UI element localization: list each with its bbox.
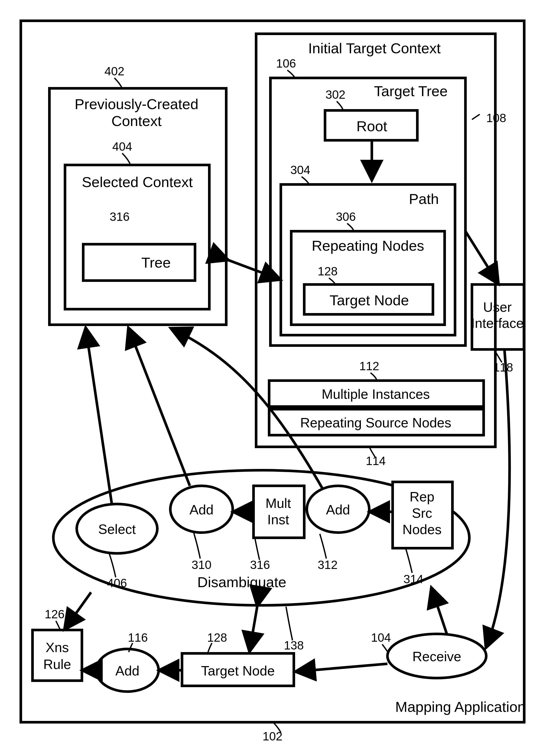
svg-line-10	[249, 605, 257, 651]
previously-created-context-title1: Previously-Created	[75, 96, 198, 112]
initial-target-context-ref: 106	[276, 57, 296, 70]
xns-rule-box	[32, 630, 82, 681]
target-node-bottom-ref: 128	[207, 631, 227, 644]
selected-context-inner-ref: 316	[110, 210, 130, 223]
user-interface-label1: User	[483, 300, 512, 315]
add2-label: Add	[326, 502, 350, 517]
path-title: Path	[409, 191, 439, 207]
initial-target-context-title: Initial Target Context	[308, 40, 441, 56]
svg-line-6	[129, 329, 190, 486]
target-node-bottom-label: Target Node	[201, 663, 275, 678]
target-tree-ref: 108	[486, 111, 506, 125]
mapping-application-box	[21, 21, 524, 722]
target-node-inner-ref: 128	[318, 264, 338, 278]
mult-inst-box	[253, 486, 304, 538]
add2-ref: 312	[318, 558, 338, 572]
rep-src-nodes-label2: Src	[412, 506, 432, 521]
svg-line-9	[297, 664, 388, 672]
tree-box	[83, 244, 195, 281]
rep-src-nodes-ref: 314	[404, 572, 424, 586]
tree-label: Tree	[141, 254, 170, 271]
receive-ref: 104	[371, 631, 391, 644]
root-label: Root	[357, 118, 388, 134]
multiple-instances-label: Multiple Instances	[322, 387, 430, 402]
rep-src-nodes-label1: Rep	[410, 489, 434, 504]
repeating-nodes-ref: 306	[336, 210, 356, 223]
selected-context-title: Selected Context	[82, 174, 193, 190]
svg-line-1	[465, 231, 498, 283]
diagram-canvas: Mapping Application 102 402 Previously-C…	[0, 0, 545, 756]
user-interface-label2: Interface	[471, 316, 524, 331]
rep-src-nodes-label3: Nodes	[403, 522, 442, 537]
target-tree-title: Target Tree	[374, 83, 448, 99]
disambiguate-ref: 138	[284, 639, 304, 652]
add1-label: Add	[189, 502, 214, 517]
svg-line-12	[432, 588, 447, 635]
root-ref: 302	[326, 88, 346, 101]
path-ref: 304	[291, 163, 311, 177]
path-box	[281, 184, 455, 335]
mult-inst-label1: Mult	[265, 496, 291, 511]
mapping-application-title: Mapping Application	[395, 699, 526, 715]
multiple-instances-ref: 112	[359, 359, 379, 373]
repeating-source-nodes-ref: 114	[366, 454, 386, 468]
previously-created-context-ref: 402	[104, 64, 124, 78]
svg-line-5	[86, 329, 112, 504]
selected-context-ref: 404	[112, 140, 132, 153]
add1-ref: 310	[192, 558, 212, 572]
mult-inst-ref: 316	[250, 558, 270, 572]
select-label: Select	[98, 522, 136, 537]
select-ref: 406	[107, 576, 127, 590]
add3-label: Add	[115, 663, 140, 678]
mapping-application-ref: 102	[262, 730, 283, 743]
svg-line-11	[65, 592, 91, 629]
receive-label: Receive	[412, 649, 461, 664]
repeating-nodes-title: Repeating Nodes	[312, 237, 424, 254]
add3-ref: 116	[128, 631, 148, 644]
previously-created-context-title2: Context	[111, 113, 162, 129]
disambiguate-label: Disambiguate	[197, 574, 286, 590]
user-interface-ref: 118	[493, 361, 513, 374]
xns-rule-ref: 126	[45, 607, 65, 621]
repeating-source-nodes-label: Repeating Source Nodes	[300, 415, 451, 430]
target-node-inner-label: Target Node	[330, 292, 409, 308]
xns-rule-label1: Xns	[45, 640, 69, 655]
mult-inst-label2: Inst	[267, 512, 289, 527]
xns-rule-label2: Rule	[43, 657, 71, 672]
